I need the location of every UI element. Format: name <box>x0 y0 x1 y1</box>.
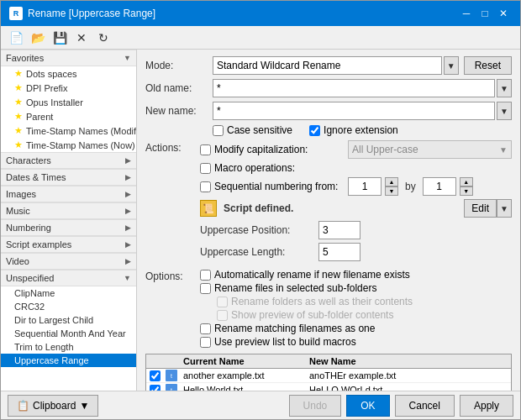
modify-cap-checkbox[interactable] <box>200 144 211 155</box>
sidebar-item-clipname[interactable]: ClipName <box>1 286 136 300</box>
sidebar-section-script-examples[interactable]: Script examples ▶ <box>1 236 136 253</box>
show-preview-row: Show preview of sub-folder contents <box>217 309 512 321</box>
sidebar-item-dots-spaces[interactable]: ★ Dots spaces <box>1 66 136 81</box>
sidebar-favorites-header[interactable]: Favorites ▼ <box>1 50 136 66</box>
sidebar-item-sequential-month-year[interactable]: Sequential Month And Year <box>1 327 136 340</box>
rename-subfolders-checkbox[interactable] <box>200 283 211 294</box>
old-name-combo: ▼ <box>213 79 512 97</box>
sequential-down-button[interactable]: ▼ <box>385 186 398 196</box>
section-chevron: ▶ <box>125 240 131 249</box>
rename-folders-label[interactable]: Rename folders as well as their contents <box>217 296 413 307</box>
uppercase-length-input[interactable] <box>318 243 360 261</box>
uppercase-position-input[interactable] <box>318 221 360 239</box>
rename-subfolders-label[interactable]: Rename files in selected sub-folders <box>200 282 376 294</box>
sequential-label[interactable]: Sequential numbering from: <box>200 181 343 192</box>
sidebar-section-music[interactable]: Music ▶ <box>1 202 136 219</box>
by-label: by <box>405 181 416 192</box>
refresh-button[interactable]: ↻ <box>93 29 113 47</box>
minimize-button[interactable]: ─ <box>458 6 475 21</box>
file-checkbox-2[interactable] <box>150 385 161 391</box>
reset-button[interactable]: Reset <box>464 56 512 75</box>
section-label: Unspecified <box>6 273 54 283</box>
new-name-input[interactable] <box>213 102 495 120</box>
sidebar-item-label: Dots spaces <box>26 69 77 79</box>
save-button[interactable]: 💾 <box>50 29 70 47</box>
rename-matching-label[interactable]: Rename matching filenames as one <box>200 323 375 334</box>
titlebar-controls: ─ □ ✕ <box>458 6 512 21</box>
sidebar-item-opus-installer[interactable]: ★ Opus Installer <box>1 95 136 109</box>
case-sensitive-label[interactable]: Case sensitive <box>213 124 292 136</box>
sidebar-item-label: Dir to Largest Child <box>14 315 93 325</box>
app-icon: R <box>9 7 23 20</box>
auto-rename-checkbox[interactable] <box>200 270 211 281</box>
new-button[interactable]: 📄 <box>6 29 26 47</box>
macro-ops-checkbox[interactable] <box>200 163 211 174</box>
star-icon: ★ <box>14 111 23 122</box>
mode-dropdown-button[interactable]: ▼ <box>444 56 459 75</box>
mode-label: Mode: <box>145 60 213 71</box>
show-preview-checkbox[interactable] <box>217 310 228 321</box>
rename-folders-checkbox[interactable] <box>217 297 228 307</box>
clipboard-label: Clipboard <box>33 400 76 412</box>
old-name-input[interactable] <box>213 79 495 97</box>
file-row[interactable]: t another example.txt anoTHEr example.tx… <box>146 369 511 383</box>
sidebar-item-uppercase-range[interactable]: Uppercase Range <box>1 354 136 367</box>
sidebar-item-dir-to-largest[interactable]: Dir to Largest Child <box>1 313 136 327</box>
sidebar-section-unspecified[interactable]: Unspecified ▼ <box>1 270 136 286</box>
section-chevron: ▶ <box>125 223 131 232</box>
use-preview-checkbox[interactable] <box>200 337 211 348</box>
star-icon: ★ <box>14 82 23 93</box>
new-name-dropdown-button[interactable]: ▼ <box>497 102 512 120</box>
auto-rename-label[interactable]: Automatically rename if new filename exi… <box>200 269 410 281</box>
use-preview-label[interactable]: Use preview list to build macros <box>200 336 356 348</box>
show-preview-label[interactable]: Show preview of sub-folder contents <box>217 309 393 321</box>
undo-button[interactable]: Undo <box>289 395 342 417</box>
case-sensitive-checkbox[interactable] <box>213 125 224 136</box>
close-button[interactable]: ✕ <box>495 6 512 21</box>
rename-matching-checkbox[interactable] <box>200 323 211 334</box>
file-check <box>146 385 163 391</box>
toolbar: 📄 📂 💾 ✕ ↻ <box>1 26 520 50</box>
sidebar-section-characters[interactable]: Characters ▶ <box>1 152 136 169</box>
modify-cap-label[interactable]: Modify capitalization: <box>200 144 343 155</box>
delete-button[interactable]: ✕ <box>71 29 92 47</box>
sidebar-item-trim-to-length[interactable]: Trim to Length <box>1 340 136 354</box>
header-check <box>146 356 163 366</box>
sidebar-item-time-stamp-modified[interactable]: ★ Time-Stamp Names (Modified) <box>1 123 136 138</box>
case-options: Case sensitive Ignore extension <box>213 124 398 136</box>
by-up-button[interactable]: ▲ <box>460 177 473 186</box>
sidebar-item-crc32[interactable]: CRC32 <box>1 300 136 313</box>
file-row[interactable]: t Hello World.txt HeLLO WOrLd.txt <box>146 383 511 391</box>
maximize-button[interactable]: □ <box>476 6 493 21</box>
options-label: Options: <box>145 269 200 282</box>
by-input[interactable] <box>423 177 456 196</box>
edit-button[interactable]: Edit <box>464 199 497 218</box>
sidebar-section-dates-times[interactable]: Dates & Times ▶ <box>1 169 136 186</box>
sidebar-item-parent[interactable]: ★ Parent <box>1 109 136 123</box>
sidebar-section-numbering[interactable]: Numbering ▶ <box>1 219 136 236</box>
old-name-dropdown-button[interactable]: ▼ <box>497 79 512 97</box>
sidebar-section-images[interactable]: Images ▶ <box>1 186 136 202</box>
by-down-button[interactable]: ▼ <box>460 186 473 196</box>
sidebar-item-time-stamp-now[interactable]: ★ Time-Stamp Names (Now) <box>1 138 136 152</box>
file-icon-img: t <box>166 384 177 391</box>
star-icon: ★ <box>14 139 23 150</box>
mode-input[interactable] <box>213 56 442 75</box>
cancel-button[interactable]: Cancel <box>395 395 455 417</box>
ok-button[interactable]: OK <box>346 395 389 417</box>
sequential-up-button[interactable]: ▲ <box>385 177 398 186</box>
edit-dropdown-button[interactable]: ▼ <box>497 199 512 218</box>
header-icon <box>163 356 180 366</box>
apply-button[interactable]: Apply <box>460 395 513 417</box>
clipboard-button[interactable]: 📋 Clipboard ▼ <box>8 395 98 417</box>
file-checkbox-1[interactable] <box>150 370 161 381</box>
sidebar-section-video[interactable]: Video ▶ <box>1 253 136 270</box>
sidebar-item-dpi-prefix[interactable]: ★ DPI Prefix <box>1 81 136 95</box>
ignore-extension-checkbox[interactable] <box>309 125 320 136</box>
sequential-input[interactable] <box>348 177 382 196</box>
macro-ops-label[interactable]: Macro operations: <box>200 162 343 174</box>
open-button[interactable]: 📂 <box>28 29 48 47</box>
ignore-extension-label[interactable]: Ignore extension <box>309 124 398 136</box>
header-current-name: Current Name <box>180 356 306 366</box>
sequential-checkbox[interactable] <box>200 181 211 192</box>
